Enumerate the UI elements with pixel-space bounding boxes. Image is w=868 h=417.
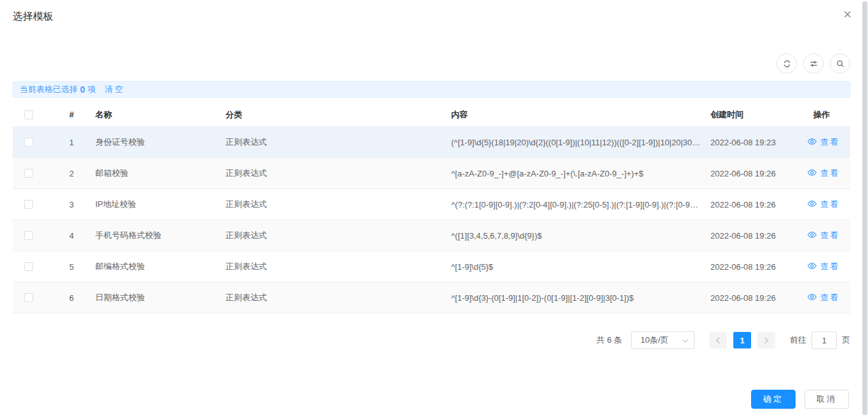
confirm-button[interactable]: 确定: [751, 390, 796, 409]
view-link[interactable]: 查看: [807, 261, 839, 272]
row-checkbox[interactable]: [24, 169, 33, 178]
eye-icon: [807, 138, 817, 147]
row-category: 正则表达式: [226, 168, 451, 179]
prev-page-button[interactable]: [709, 332, 727, 348]
table-row[interactable]: 2 邮箱校验 正则表达式 ^[a-zA-Z0-9_-]+@[a-zA-Z0-9_…: [13, 158, 850, 189]
row-index: 5: [48, 262, 95, 272]
table-header-row: # 名称 分类 内容 创建时间 操作: [13, 103, 850, 127]
row-index: 4: [48, 231, 95, 241]
row-created: 2022-06-08 19:23: [710, 138, 806, 147]
header-content: 内容: [451, 109, 710, 121]
refresh-icon: [782, 59, 792, 69]
select-all-cell: [13, 110, 48, 119]
table-body: 1 身份证号校验 正则表达式 (^[1-9]\d{5}(18|19|20)\d{…: [13, 127, 850, 314]
row-index: 1: [48, 138, 95, 147]
table-row[interactable]: 3 IP地址校验 正则表达式 ^(?:(?:1[0-9][0-9].)|(?:2…: [13, 189, 850, 220]
row-index: 6: [48, 293, 95, 303]
page-number-1[interactable]: 1: [733, 332, 751, 348]
row-created: 2022-06-08 19:26: [710, 231, 806, 241]
search-button[interactable]: [830, 53, 850, 74]
row-check-cell: [13, 293, 48, 302]
row-action-cell: 查看: [806, 230, 850, 241]
row-checkbox[interactable]: [24, 138, 33, 147]
scrollbar-thumb[interactable]: [862, 1, 867, 415]
table-row[interactable]: 4 手机号码格式校验 正则表达式 ^([1][3,4,5,6,7,8,9]\d{…: [13, 220, 850, 251]
eye-icon: [807, 200, 817, 209]
eye-icon: [807, 262, 817, 272]
close-icon[interactable]: ×: [843, 8, 851, 22]
row-category: 正则表达式: [226, 199, 451, 210]
row-action-cell: 查看: [806, 292, 850, 303]
table-row[interactable]: 5 邮编格式校验 正则表达式 ^[1-9]\d{5}$ 2022-06-08 1…: [13, 251, 850, 282]
row-name: 邮编格式校验: [95, 261, 226, 272]
selection-info-bar: 当前表格已选择 0 项 清空: [13, 81, 850, 98]
row-index: 3: [48, 200, 95, 209]
row-content: ^[1-9]\d{5}$: [451, 262, 710, 272]
row-checkbox[interactable]: [24, 200, 33, 209]
row-action-cell: 查看: [806, 199, 850, 210]
selection-prefix: 当前表格已选择: [20, 84, 78, 95]
eye-icon: [807, 293, 817, 303]
page-size-value: 10条/页: [641, 334, 668, 346]
row-action-cell: 查看: [806, 168, 850, 179]
row-content: (^[1-9]\d{5}(18|19|20)\d{2}((0[1-9])|(10…: [451, 138, 710, 147]
search-icon: [836, 59, 845, 69]
goto-page-input[interactable]: [811, 331, 837, 349]
view-link-label: 查看: [820, 199, 839, 210]
row-category: 正则表达式: [226, 292, 451, 303]
row-content: ^[a-zA-Z0-9_-]+@[a-zA-Z0-9_-]+(\.[a-zA-Z…: [451, 169, 710, 178]
goto-page-group: 前往 页: [790, 331, 850, 349]
header-action: 操作: [806, 109, 850, 121]
row-check-cell: [13, 200, 48, 209]
header-name: 名称: [95, 109, 226, 121]
view-link-label: 查看: [820, 136, 839, 148]
row-checkbox[interactable]: [24, 231, 33, 240]
refresh-button[interactable]: [776, 53, 797, 74]
view-link-label: 查看: [820, 292, 839, 303]
view-link[interactable]: 查看: [807, 136, 839, 148]
selection-unit: 项: [88, 84, 96, 95]
row-checkbox[interactable]: [24, 293, 33, 302]
row-action-cell: 查看: [806, 261, 850, 272]
clear-selection-link[interactable]: 清空: [105, 84, 125, 95]
view-link[interactable]: 查看: [807, 168, 839, 179]
eye-icon: [807, 169, 817, 178]
row-created: 2022-06-08 19:26: [710, 293, 806, 303]
table-row[interactable]: 6 日期格式校验 正则表达式 ^[1-9]\d{3}-(0[1-9]|1[0-2…: [13, 282, 850, 314]
table-toolbar: [776, 53, 850, 74]
header-category: 分类: [226, 109, 451, 121]
dialog-footer: 确定 取消: [751, 390, 849, 409]
page-title: 选择模板: [13, 10, 53, 23]
row-check-cell: [13, 262, 48, 271]
select-all-checkbox[interactable]: [24, 110, 33, 119]
view-link[interactable]: 查看: [807, 199, 839, 210]
view-link-label: 查看: [820, 230, 839, 241]
row-name: 手机号码格式校验: [95, 230, 226, 241]
view-link[interactable]: 查看: [807, 292, 839, 303]
next-page-button[interactable]: [757, 332, 775, 348]
row-content: ^(?:(?:1[0-9][0-9].)|(?:2[0-4][0-9].)|(?…: [451, 200, 710, 209]
page-size-select[interactable]: 10条/页: [631, 331, 695, 349]
chevron-left-icon: [715, 335, 721, 346]
eye-icon: [807, 231, 817, 241]
filter-button[interactable]: [803, 53, 824, 74]
chevron-down-icon: [682, 336, 689, 345]
page-unit-label: 页: [842, 334, 850, 346]
filter-icon: [809, 59, 818, 69]
select-template-dialog: 选择模板 × 当前表格已选择 0 项 清空: [0, 0, 868, 417]
selection-count: 0: [80, 84, 85, 95]
row-check-cell: [13, 169, 48, 178]
scrollbar-track: [862, 0, 868, 417]
row-category: 正则表达式: [226, 261, 451, 272]
row-action-cell: 查看: [806, 136, 850, 148]
view-link-label: 查看: [820, 261, 839, 272]
row-checkbox[interactable]: [24, 262, 33, 271]
view-link-label: 查看: [820, 168, 839, 179]
view-link[interactable]: 查看: [807, 230, 839, 241]
row-category: 正则表达式: [226, 136, 451, 148]
table-row[interactable]: 1 身份证号校验 正则表达式 (^[1-9]\d{5}(18|19|20)\d{…: [13, 127, 850, 158]
cancel-button[interactable]: 取消: [804, 390, 849, 409]
pagination-total: 共 6 条: [597, 334, 622, 346]
row-created: 2022-06-08 19:26: [710, 262, 806, 272]
row-created: 2022-06-08 19:26: [710, 169, 806, 178]
